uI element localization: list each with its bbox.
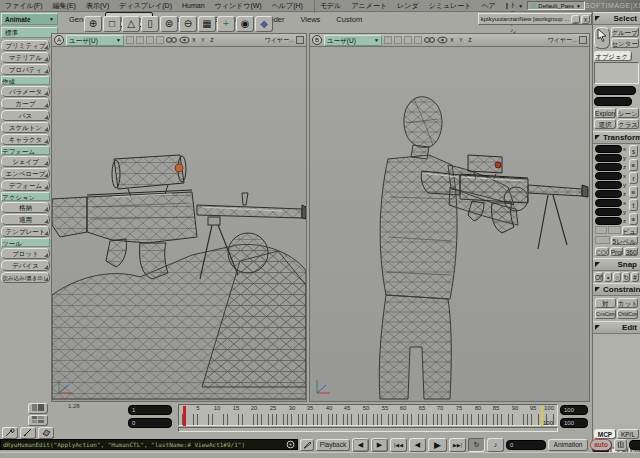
frame-step-back-button[interactable]: ◀: [352, 438, 369, 452]
go-to-end-button[interactable]: ▶▶|: [449, 438, 466, 452]
transform-small-button-1[interactable]: [595, 226, 607, 234]
minimize-button[interactable]: _: [571, 15, 580, 24]
viewport-a-mode-button-1[interactable]: [126, 36, 134, 44]
viewport-b-mode-button-4[interactable]: [414, 36, 422, 44]
menu-human[interactable]: Human: [177, 0, 210, 11]
cluster-button[interactable]: クラスタ: [617, 119, 639, 129]
snap-point-icon[interactable]: •: [604, 272, 612, 282]
rotate-y-field[interactable]: [595, 181, 622, 189]
sphere-icon[interactable]: ⊕: [84, 16, 102, 32]
script-pen-icon[interactable]: [300, 439, 314, 451]
viewport-b-camera-menu[interactable]: ユーザ(U)▼: [324, 35, 382, 46]
autokey-button[interactable]: auto: [590, 439, 612, 451]
rotate-mode-button[interactable]: r: [629, 172, 638, 184]
rotate-x-field[interactable]: [595, 172, 622, 180]
module-model[interactable]: モデル: [314, 0, 347, 13]
loop-start-field[interactable]: 0: [128, 418, 172, 428]
sidebar-item-shape[interactable]: シェイプ: [1, 156, 50, 167]
disc-icon[interactable]: ⊖: [179, 16, 197, 32]
playback-menu-button[interactable]: Playback: [316, 439, 350, 451]
transform-small-button-2[interactable]: [608, 226, 620, 234]
viewport-a-display-mode[interactable]: ワイヤー...: [265, 36, 294, 45]
explore-button[interactable]: Explore: [594, 108, 616, 118]
loop-button[interactable]: ↻: [468, 438, 485, 452]
sidebar-item-deform[interactable]: デフォーム: [1, 180, 50, 191]
rotate-z-field[interactable]: [595, 190, 622, 198]
sidebar-item-import-export[interactable]: 読み込み/書き出し: [1, 272, 50, 283]
animation-menu-button[interactable]: Animation: [548, 439, 588, 451]
rotate-menu-button[interactable]: ≡: [629, 186, 638, 198]
cnscomp-button[interactable]: CnsComp: [595, 309, 616, 319]
transform-small-button-3[interactable]: [595, 236, 610, 244]
sidebar-item-curve[interactable]: カーブ: [1, 98, 50, 109]
viewport-b-mode-button-1[interactable]: [384, 36, 392, 44]
timeline-ruler[interactable]: 5 10 15 20 25 30 35 40 45 50 55 60 65 70…: [178, 404, 558, 426]
sidebar-item-plot[interactable]: プロット: [1, 248, 50, 259]
snap-curve-icon[interactable]: ○: [613, 272, 621, 282]
viewport-a-maximize-icon[interactable]: [296, 36, 304, 44]
selection-field-2[interactable]: [594, 97, 632, 106]
eye-icon[interactable]: [437, 36, 448, 44]
end-frame-field[interactable]: 100: [560, 405, 588, 415]
glasses-icon[interactable]: [424, 36, 435, 44]
constrain-button-1[interactable]: 対: [595, 298, 616, 308]
play-button[interactable]: ▶: [428, 438, 447, 452]
module-selector[interactable]: Animate ▼: [1, 13, 58, 25]
sidebar-item-device[interactable]: デバイス: [1, 260, 50, 271]
module-animate[interactable]: アニメート: [346, 0, 392, 13]
scale-menu-button[interactable]: ≡: [629, 159, 638, 171]
scale-z-field[interactable]: [595, 163, 622, 171]
tab-views[interactable]: Views: [293, 13, 327, 26]
translate-z-field[interactable]: [595, 217, 622, 225]
pass-selector[interactable]: Default_Pass ▼: [527, 1, 585, 10]
cylinder-icon[interactable]: ▯: [141, 16, 159, 32]
sidebar-item-character[interactable]: キャラクタ: [1, 134, 50, 145]
menu-view[interactable]: 表示(V): [81, 0, 114, 13]
menu-help[interactable]: ヘルプ(H): [267, 0, 308, 13]
tab-custom[interactable]: Custom: [329, 13, 369, 26]
selection-filter-button[interactable]: オブジェクト: [594, 51, 632, 61]
snap-grid-icon[interactable]: #: [631, 272, 639, 282]
sidebar-item-envelope[interactable]: エンベロープ: [1, 168, 50, 179]
module-hair[interactable]: ヘア: [476, 0, 500, 13]
deg360-button[interactable]: 360: [624, 247, 638, 256]
scene-window-titlebar[interactable]: kptkyuutanzanNew [workgroup ... _ x: [478, 13, 592, 25]
sidebar-item-material[interactable]: マテリアル: [1, 52, 50, 63]
viewport-a-mode-button-2[interactable]: [136, 36, 144, 44]
cog-button[interactable]: COG: [595, 247, 609, 256]
play-backward-button[interactable]: ◀: [409, 438, 426, 452]
select-arrow-tool[interactable]: [594, 27, 610, 49]
layout-two-vertical-button[interactable]: [28, 403, 48, 414]
snap-on-button[interactable]: ON: [594, 272, 603, 282]
scene-button[interactable]: シーン: [617, 108, 639, 118]
viewport-a-letter[interactable]: A: [54, 35, 64, 45]
construction-mode-arrow-icon[interactable]: ▼: [518, 3, 523, 9]
cube-icon[interactable]: □: [103, 16, 121, 32]
group-button[interactable]: グループ: [611, 27, 639, 37]
menu-edit[interactable]: 編集(E): [48, 0, 81, 13]
sidebar-item-store[interactable]: 格納: [1, 202, 50, 213]
scale-y-field[interactable]: [595, 154, 622, 162]
viewport-b-mode-button-3[interactable]: [404, 36, 412, 44]
menu-file[interactable]: ファイル(F): [0, 0, 48, 13]
viewport-b-axes[interactable]: X Y Z: [450, 37, 474, 43]
timeline-sub-ruler[interactable]: [178, 427, 558, 432]
pen-icon[interactable]: [20, 427, 36, 439]
eye-icon[interactable]: [179, 36, 190, 44]
torus-icon[interactable]: ⊜: [160, 16, 178, 32]
viewport-b[interactable]: B ユーザ(U)▼ X Y Z ワイヤー...: [309, 33, 590, 402]
hand-icon[interactable]: [614, 439, 627, 451]
sidebar-item-property[interactable]: プロパティ: [1, 64, 50, 75]
center-button[interactable]: センター: [611, 38, 639, 48]
sidebar-item-path[interactable]: パス: [1, 110, 50, 121]
frame-step-forward-button[interactable]: ▶: [371, 438, 388, 452]
module-simulate[interactable]: シミュレート: [424, 0, 477, 13]
loop-end-field[interactable]: 100: [560, 418, 588, 428]
transform-mode-dropdown[interactable]: ビュー: [622, 226, 638, 235]
construction-mode-checkbox[interactable]: [506, 3, 508, 9]
viewport-a-camera-menu[interactable]: ユーザ(U)▼: [66, 35, 124, 46]
sidebar-item-template[interactable]: テンプレート: [1, 226, 50, 237]
sidebar-item-skeleton[interactable]: スケルトン: [1, 122, 50, 133]
viewport-b-mode-button-2[interactable]: [394, 36, 402, 44]
selection-button[interactable]: 選択: [594, 119, 616, 129]
